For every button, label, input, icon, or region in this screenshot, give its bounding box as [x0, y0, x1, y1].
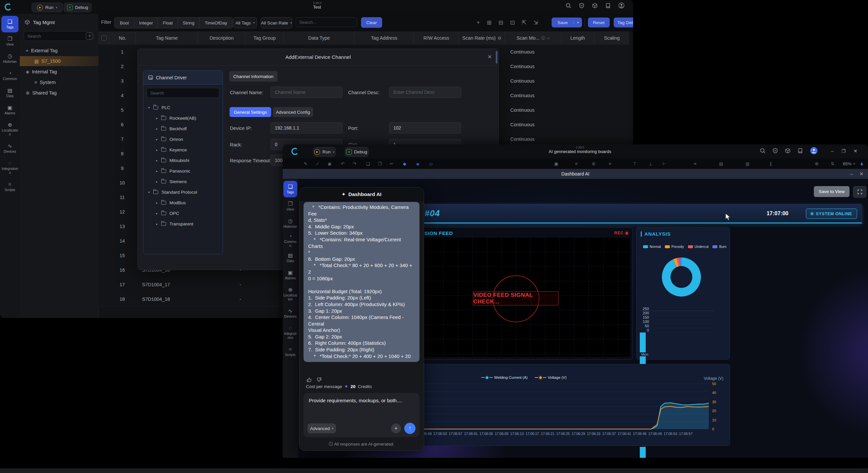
modal-scrollbar[interactable]	[496, 51, 497, 63]
sidebar-item-devices[interactable]: ∿Devices	[283, 305, 297, 322]
channel-name-input[interactable]	[271, 87, 342, 98]
add-tag-group-button[interactable]: +	[86, 32, 93, 40]
search-icon[interactable]	[565, 3, 571, 8]
sidebar-item-alarms[interactable]: ▣Alarms	[1, 102, 19, 118]
reset-button[interactable]: Reset	[588, 18, 610, 27]
table-search-input[interactable]	[296, 17, 357, 27]
tab-advanced-config[interactable]: Advanced Config	[273, 107, 313, 117]
driver-tree-item-siemens[interactable]: ▸Siemens	[143, 177, 223, 186]
column-header[interactable]: Description	[197, 31, 245, 45]
thumbs-down-icon[interactable]	[316, 377, 322, 382]
all-tags-dropdown[interactable]: All Tags▾	[233, 17, 257, 28]
import-icon[interactable]: ⇲	[533, 19, 538, 26]
rows-icon[interactable]: ▤	[719, 158, 723, 169]
gear-icon[interactable]: ⚙	[498, 36, 502, 41]
package-icon[interactable]	[592, 3, 598, 8]
sidebar-item-scripts[interactable]: ⌗Scripts	[283, 344, 297, 360]
run-button[interactable]: ▶ Run ▾	[32, 3, 63, 12]
save-to-view-button[interactable]: Save to View	[814, 186, 849, 197]
save-chevron-icon[interactable]: ▾	[574, 21, 582, 24]
panel-minimize-icon[interactable]: –	[850, 171, 853, 177]
caret-right-icon[interactable]: ▸	[155, 159, 159, 162]
caret-right-icon[interactable]: ▸	[155, 138, 159, 141]
tab-general-settings[interactable]: General Settings	[229, 107, 271, 117]
user-avatar[interactable]	[810, 147, 818, 155]
shape-outline-icon[interactable]: ◇	[429, 158, 433, 169]
caret-right-icon[interactable]: ▸	[155, 169, 159, 173]
driver-tree-item-omron[interactable]: ▸Omron	[143, 134, 223, 144]
export-icon[interactable]: ⇱	[522, 19, 526, 26]
caret-right-icon[interactable]: ▸	[155, 201, 159, 205]
filter-type-bool[interactable]: Bool	[115, 18, 134, 28]
copy-icon[interactable]: ❏	[366, 158, 370, 169]
globe-icon[interactable]: ⊕	[815, 158, 819, 169]
driver-tree-item-rockwell-ab-[interactable]: ▸Rockwell(AB)	[143, 113, 223, 123]
sidebar-item-historian[interactable]: ◷Historian	[283, 215, 297, 232]
sidebar-item-alarms[interactable]: ▣Alarms	[283, 267, 297, 283]
column-header[interactable]: Tag Address	[354, 31, 414, 45]
driver-tree-item-opc[interactable]: ▸OPC	[143, 208, 223, 218]
sidebar-item-integrations[interactable]: ◌Integrations	[1, 157, 19, 178]
driver-tree-item-transparent[interactable]: ▸Transparent	[143, 219, 223, 229]
save-split-button[interactable]: Save ▾	[552, 18, 582, 27]
tag-tree-item-shared-tag[interactable]: ⊕Shared Tag	[20, 88, 104, 98]
zoom-dropdown[interactable]: 65%∨	[843, 158, 856, 169]
sidebar-item-historian[interactable]: ◷Historian	[1, 50, 19, 67]
caret-right-icon[interactable]: ▸	[155, 148, 159, 152]
duplicate-icon[interactable]: ⊞	[487, 19, 492, 26]
close-icon[interactable]: ✕	[854, 148, 858, 154]
close-icon[interactable]: ✕	[488, 54, 492, 60]
shape-diamond-icon[interactable]: ◆	[403, 158, 406, 169]
sidebar-item-common[interactable]: ◔Common	[283, 232, 297, 249]
tag-search-input[interactable]	[24, 31, 90, 41]
sidebar-item-common[interactable]: ◔Common	[1, 67, 19, 84]
panel-close-icon[interactable]: ✕	[860, 171, 863, 177]
layout-icon[interactable]: ⊡	[510, 19, 515, 26]
sidebar-item-integrations[interactable]: ◌Integrations	[283, 322, 297, 343]
align-top-icon[interactable]: ⊤	[633, 158, 637, 169]
caret-right-icon[interactable]: ▸	[155, 211, 159, 215]
tag-debug-button[interactable]: Tag Debug	[614, 18, 633, 27]
tag-tree-item-internal-tag[interactable]: ◈Internal Tag	[20, 67, 104, 77]
cut-icon[interactable]: ✂	[390, 158, 393, 169]
info-icon[interactable]: ⓘ	[541, 35, 545, 41]
column-header[interactable]: Scaling	[594, 31, 629, 45]
filter-type-timeofday[interactable]: TimeOfDay	[199, 18, 232, 28]
sidebar-item-tags[interactable]: ❏Tags	[283, 181, 297, 197]
column-header[interactable]: Length	[561, 31, 594, 45]
check-icon[interactable]: ✓	[316, 158, 319, 169]
column-header[interactable]: No.	[109, 31, 136, 45]
filter-type-float[interactable]: Float	[158, 18, 178, 28]
book-icon[interactable]	[605, 3, 611, 8]
channel-information-tab[interactable]: Channel Information	[229, 71, 277, 82]
column-header[interactable]: Scan Rate (ms)⚙	[459, 31, 505, 45]
package-icon[interactable]	[785, 148, 791, 154]
book-icon[interactable]	[797, 148, 803, 154]
caret-down-icon[interactable]: ▾	[147, 106, 151, 110]
sidebar-item-localization[interactable]: ⊕Localization	[283, 284, 297, 304]
driver-tree-item-mitsubishi[interactable]: ▸Mitsubishi	[143, 155, 223, 165]
device-ip-input[interactable]	[271, 122, 342, 134]
align-left-icon[interactable]: ≡	[575, 158, 578, 169]
tag-tree-item-external-tag[interactable]: ⌖External Tag	[20, 46, 104, 56]
sidebar-item-scripts[interactable]: ⌗Scripts	[1, 178, 19, 195]
sidebar-item-view[interactable]: ❐View	[283, 198, 297, 214]
delete-icon[interactable]: ⊟	[498, 19, 503, 26]
driver-tree-item-beckhoff[interactable]: ▸Beckhoff	[143, 124, 223, 134]
column-header[interactable]: Scan Mo...ⓘ⌕	[505, 31, 561, 45]
align-middle-icon[interactable]: ⊥	[649, 158, 652, 169]
driver-tree-item-modbus[interactable]: ▸ModBus	[143, 198, 223, 208]
all-scan-rate-dropdown[interactable]: All Scan Rate▾	[260, 17, 292, 28]
driver-tree-item-keyence[interactable]: ▸Keyence	[143, 145, 223, 155]
debug-button[interactable]: ⊞ Debug	[64, 3, 92, 12]
select-all-checkbox[interactable]	[101, 35, 107, 41]
align-center-icon[interactable]: ≣	[592, 158, 595, 169]
filter-type-integer[interactable]: Integer	[134, 18, 158, 28]
driver-search-input[interactable]	[147, 88, 219, 98]
driver-tree-item-plc[interactable]: ▾PLC	[143, 102, 223, 112]
column-header[interactable]: Tag Name	[135, 31, 198, 45]
caret-right-icon[interactable]: ▸	[155, 116, 159, 120]
column-header[interactable]: Data Type	[283, 31, 354, 45]
record-icon[interactable]: ◉	[328, 158, 331, 169]
sidebar-item-data[interactable]: ▤Data	[1, 85, 19, 101]
